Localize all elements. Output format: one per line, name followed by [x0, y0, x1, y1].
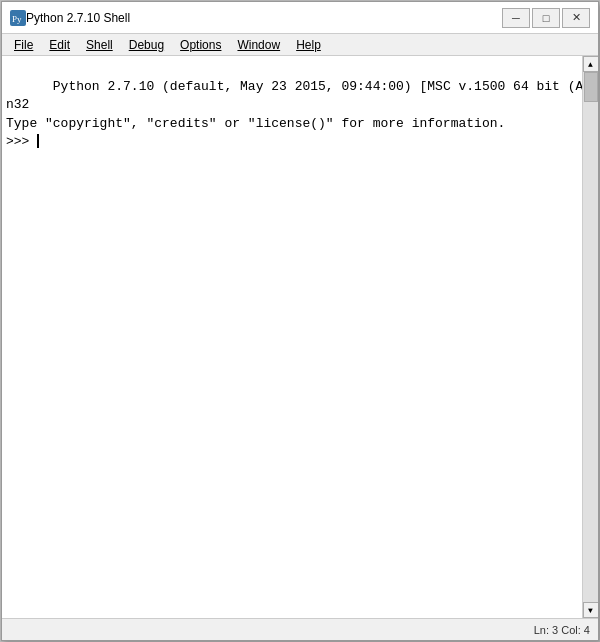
python-icon: Py	[10, 10, 26, 26]
maximize-button[interactable]: □	[532, 8, 560, 28]
status-bar: Ln: 3 Col: 4	[2, 618, 598, 640]
menu-window[interactable]: Window	[229, 36, 288, 54]
menu-options[interactable]: Options	[172, 36, 229, 54]
svg-text:Py: Py	[12, 14, 22, 24]
shell-prompt: >>>	[6, 134, 37, 149]
shell-area[interactable]: Python 2.7.10 (default, May 23 2015, 09:…	[2, 56, 598, 618]
shell-output: Python 2.7.10 (default, May 23 2015, 09:…	[6, 60, 594, 169]
scroll-down-button[interactable]: ▼	[583, 602, 599, 618]
scrollbar[interactable]: ▲ ▼	[582, 56, 598, 618]
window-controls: ─ □ ✕	[502, 8, 590, 28]
shell-line2: n32	[6, 97, 29, 112]
shell-prompt-line: >>>	[6, 134, 39, 149]
title-bar: Py Python 2.7.10 Shell ─ □ ✕	[2, 2, 598, 34]
shell-line3: Type "copyright", "credits" or "license(…	[6, 116, 505, 131]
cursor	[37, 134, 39, 148]
shell-line1: Python 2.7.10 (default, May 23 2015, 09:…	[53, 79, 598, 94]
minimize-button[interactable]: ─	[502, 8, 530, 28]
menu-help[interactable]: Help	[288, 36, 329, 54]
menu-edit[interactable]: Edit	[41, 36, 78, 54]
main-window: Py Python 2.7.10 Shell ─ □ ✕ File Edit S…	[1, 1, 599, 641]
window-title: Python 2.7.10 Shell	[26, 11, 502, 25]
scrollbar-thumb[interactable]	[584, 72, 598, 102]
menu-file[interactable]: File	[6, 36, 41, 54]
scrollbar-track[interactable]	[583, 72, 598, 602]
menu-bar: File Edit Shell Debug Options Window Hel…	[2, 34, 598, 56]
cursor-position: Ln: 3 Col: 4	[534, 624, 590, 636]
menu-debug[interactable]: Debug	[121, 36, 172, 54]
menu-shell[interactable]: Shell	[78, 36, 121, 54]
scroll-up-button[interactable]: ▲	[583, 56, 599, 72]
close-button[interactable]: ✕	[562, 8, 590, 28]
